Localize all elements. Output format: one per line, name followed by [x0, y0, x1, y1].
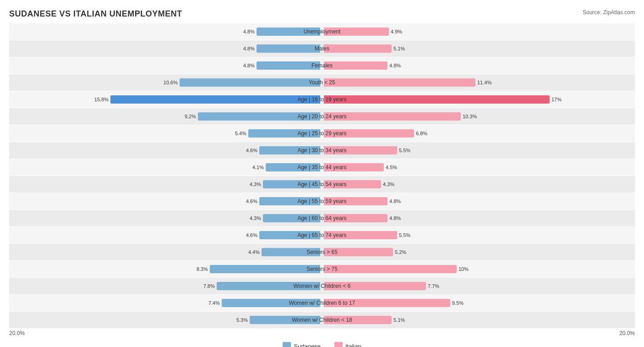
blue-bar — [248, 129, 320, 138]
right-value: 10.3% — [463, 114, 477, 119]
right-bar-wrap: 5.5% — [322, 230, 635, 240]
right-value: 4.8% — [389, 198, 401, 204]
left-bar-wrap: 10.6% — [9, 77, 322, 88]
chart-area: 4.8% Unemployment 4.9% 4.8% Males — [9, 23, 635, 328]
left-side: 4.8% — [9, 40, 322, 57]
left-side: 8.3% — [9, 261, 322, 277]
bar-section: 4.4% Seniors > 65 5.2% — [9, 244, 635, 260]
left-bar-wrap: 4.6% — [9, 145, 322, 155]
chart-container: SUDANESE VS ITALIAN UNEMPLOYMENT Source:… — [0, 0, 644, 347]
left-value: 4.1% — [252, 165, 264, 170]
bar-section: 4.8% Unemployment 4.9% — [9, 23, 635, 40]
left-value: 10.6% — [164, 80, 178, 85]
chart-row: 4.3% Age | 45 to 54 years 4.3% — [9, 176, 635, 193]
left-bar-wrap: 9.2% — [9, 111, 322, 121]
right-bar-wrap: 10% — [322, 264, 635, 274]
right-value: 4.5% — [386, 165, 397, 170]
chart-row: 4.6% Age | 55 to 59 years 4.8% — [9, 193, 635, 209]
pink-bar — [324, 129, 414, 138]
left-value: 4.8% — [243, 46, 255, 51]
left-side: 9.2% — [9, 108, 322, 125]
right-value: 9.5% — [452, 300, 464, 306]
right-side: 9.5% — [322, 295, 635, 311]
left-bar-wrap: 4.6% — [9, 196, 322, 206]
right-side: 6.8% — [322, 125, 635, 142]
chart-row: 8.3% Seniors > 75 10% — [9, 261, 635, 277]
right-value: 5.1% — [393, 46, 405, 51]
right-bar-wrap: 11.4% — [322, 77, 635, 88]
right-side: 4.5% — [322, 159, 635, 176]
chart-row: 4.8% Females 4.8% — [9, 57, 635, 74]
left-value: 15.8% — [94, 97, 109, 102]
right-bar-wrap: 4.8% — [322, 213, 635, 223]
right-side: 5.1% — [322, 40, 635, 57]
pink-bar — [324, 265, 457, 273]
right-bar-wrap: 17% — [322, 94, 635, 105]
blue-bar — [110, 95, 320, 104]
right-value: 5.1% — [393, 317, 405, 323]
chart-row: 4.6% Age | 30 to 34 years 5.5% — [9, 142, 635, 159]
right-value: 4.9% — [391, 29, 402, 34]
left-value: 4.6% — [246, 198, 257, 204]
left-value: 5.4% — [235, 131, 246, 136]
right-side: 10% — [322, 261, 635, 277]
blue-bar — [198, 112, 320, 121]
left-bar-wrap: 4.8% — [9, 44, 322, 54]
axis-right-label: 20.0% — [619, 330, 635, 336]
right-side: 11.4% — [322, 74, 635, 91]
left-side: 5.3% — [9, 312, 322, 328]
left-side: 4.6% — [9, 142, 322, 159]
right-bar-wrap: 9.5% — [322, 298, 635, 308]
left-side: 7.4% — [9, 295, 322, 311]
chart-row: 4.4% Seniors > 65 5.2% — [9, 244, 635, 260]
left-value: 7.8% — [203, 283, 215, 289]
left-bar-wrap: 4.8% — [9, 61, 322, 71]
right-bar-wrap: 4.8% — [322, 196, 635, 206]
legend-italian-color — [334, 342, 343, 347]
chart-row: 7.8% Women w/ Children < 6 7.7% — [9, 278, 635, 294]
right-side: 5.2% — [322, 244, 635, 260]
pink-bar — [324, 180, 381, 188]
bar-section: 8.3% Seniors > 75 10% — [9, 261, 635, 277]
pink-bar — [324, 316, 392, 324]
chart-title: SUDANESE VS ITALIAN UNEMPLOYMENT — [9, 9, 635, 19]
bar-section: 4.3% Age | 60 to 64 years 4.8% — [9, 210, 635, 226]
bar-section: 7.4% Women w/ Children 6 to 17 9.5% — [9, 295, 635, 311]
source-text: Source: ZipAtlas.com — [583, 9, 635, 16]
bar-section: 5.3% Women w/ Children < 18 5.1% — [9, 312, 635, 328]
right-value: 7.7% — [428, 283, 439, 289]
right-side: 5.5% — [322, 142, 635, 159]
right-side: 7.7% — [322, 278, 635, 294]
blue-bar — [257, 28, 320, 36]
legend-sudanese-color — [283, 342, 291, 347]
left-bar-wrap: 15.8% — [9, 94, 322, 105]
left-value: 4.8% — [243, 63, 255, 68]
left-value: 7.4% — [208, 300, 220, 306]
pink-bar — [324, 248, 393, 256]
right-side: 4.8% — [322, 193, 635, 209]
pink-bar — [324, 44, 392, 53]
left-bar-wrap: 5.3% — [9, 315, 322, 325]
right-bar-wrap: 5.1% — [322, 44, 635, 54]
blue-bar — [180, 78, 320, 87]
bar-section: 5.4% Age | 25 to 29 years 6.8% — [9, 125, 635, 142]
right-bar-wrap: 7.7% — [322, 281, 635, 291]
pink-bar — [324, 61, 387, 70]
chart-row: 4.1% Age | 35 to 44 years 4.5% — [9, 159, 635, 176]
left-bar-wrap: 4.3% — [9, 213, 322, 223]
left-side: 4.6% — [9, 193, 322, 209]
right-value: 5.2% — [395, 249, 406, 255]
right-value: 5.5% — [399, 148, 410, 153]
right-value: 11.4% — [477, 80, 491, 85]
legend-italian: Italian — [334, 342, 361, 347]
right-side: 4.9% — [322, 23, 635, 40]
bar-section: 4.1% Age | 35 to 44 years 4.5% — [9, 159, 635, 176]
chart-row: 4.8% Unemployment 4.9% — [9, 23, 635, 40]
right-bar-wrap: 5.2% — [322, 247, 635, 257]
chart-row: 9.2% Age | 20 to 24 years 10.3% — [9, 108, 635, 125]
right-bar-wrap: 5.1% — [322, 315, 635, 325]
pink-bar — [324, 197, 387, 205]
pink-bar — [324, 146, 397, 154]
blue-bar — [262, 248, 320, 256]
right-value: 4.3% — [383, 182, 394, 187]
